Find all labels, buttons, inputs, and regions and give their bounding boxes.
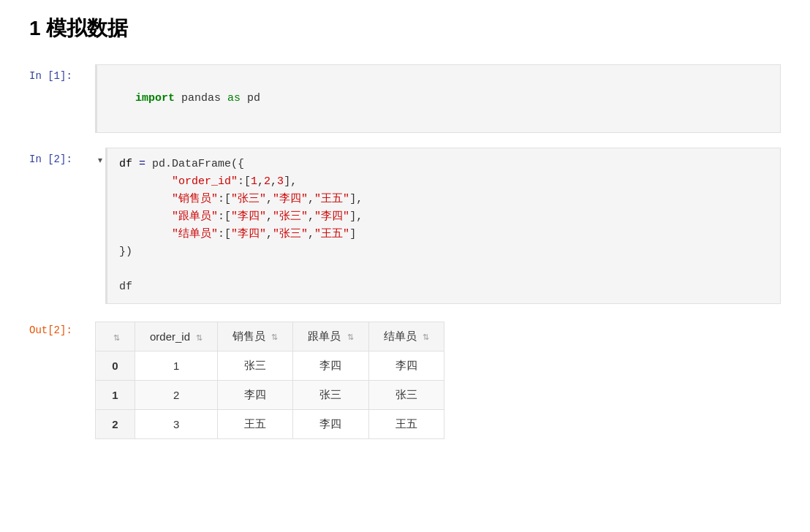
collapse-arrow[interactable]: ▾: [95, 148, 105, 165]
table-header-order-id[interactable]: order_id ⇅: [135, 322, 218, 352]
dataframe-table: ⇅ order_id ⇅ 销售员 ⇅ 跟单员 ⇅ 结单员 ⇅: [95, 322, 444, 439]
row-1-order-id: 2: [135, 381, 218, 410]
sort-icon-closer[interactable]: ⇅: [423, 332, 429, 342]
row-2-closer: 王五: [368, 410, 444, 439]
cell-2-label: In [2]:: [29, 148, 95, 165]
table-row: 2 3 王五 李四 王五: [96, 410, 444, 439]
row-2-tracker: 李四: [293, 410, 368, 439]
row-1-salesperson: 李四: [218, 381, 293, 410]
page-title: 1 模拟数据: [29, 15, 781, 42]
as-keyword: as: [227, 92, 241, 104]
row-1-closer: 张三: [368, 381, 444, 410]
cell-1-label: In [1]:: [29, 64, 95, 82]
table-header-index: ⇅: [96, 322, 135, 352]
row-1-index: 1: [96, 381, 135, 410]
import-keyword: import: [135, 92, 175, 104]
cell-2: In [2]: ▾ df = pd.DataFrame({ "order_id"…: [29, 148, 781, 304]
cell-2-out-label: Out[2]:: [29, 319, 95, 336]
cell-1-input[interactable]: import pandas as pd: [95, 64, 781, 133]
cell-2-wrapper: ▾ df = pd.DataFrame({ "order_id":[1,2,3]…: [95, 148, 781, 304]
table-header-tracker[interactable]: 跟单员 ⇅: [293, 322, 368, 352]
row-0-index: 0: [96, 352, 135, 381]
row-2-order-id: 3: [135, 410, 218, 439]
cell-1: In [1]: import pandas as pd: [29, 64, 781, 133]
sort-icon-index[interactable]: ⇅: [113, 333, 120, 343]
cell-2-output: Out[2]: ⇅ order_id ⇅ 销售员 ⇅ 跟单员 ⇅: [29, 319, 781, 439]
cell-2-input[interactable]: df = pd.DataFrame({ "order_id":[1,2,3], …: [105, 148, 781, 304]
row-0-tracker: 李四: [293, 352, 368, 381]
row-2-salesperson: 王五: [218, 410, 293, 439]
row-2-index: 2: [96, 410, 135, 439]
table-header-salesperson[interactable]: 销售员 ⇅: [218, 322, 293, 352]
row-0-salesperson: 张三: [218, 352, 293, 381]
row-0-order-id: 1: [135, 352, 218, 381]
row-0-closer: 李四: [368, 352, 444, 381]
sort-icon-salesperson[interactable]: ⇅: [271, 332, 278, 342]
row-1-tracker: 张三: [293, 381, 368, 410]
table-row: 1 2 李四 张三 张三: [96, 381, 444, 410]
table-row: 0 1 张三 李四 李四: [96, 352, 444, 381]
sort-icon-tracker[interactable]: ⇅: [347, 332, 354, 342]
table-header-row: ⇅ order_id ⇅ 销售员 ⇅ 跟单员 ⇅ 结单员 ⇅: [96, 322, 444, 352]
table-header-closer[interactable]: 结单员 ⇅: [368, 322, 444, 352]
sort-icon-order-id[interactable]: ⇅: [196, 333, 202, 343]
output-area: ⇅ order_id ⇅ 销售员 ⇅ 跟单员 ⇅ 结单员 ⇅: [95, 319, 781, 439]
